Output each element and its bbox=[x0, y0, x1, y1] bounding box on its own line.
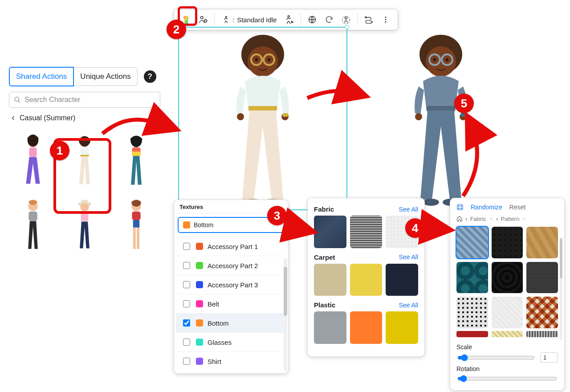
texture-row[interactable]: Accessory Part 1 bbox=[176, 237, 286, 256]
svg-point-59 bbox=[458, 208, 459, 209]
texture-label: Shirt bbox=[208, 358, 221, 365]
texture-checkbox[interactable] bbox=[183, 243, 190, 250]
help-icon[interactable]: ? bbox=[144, 70, 156, 83]
swatch-icon bbox=[196, 339, 203, 346]
scrollbar[interactable] bbox=[284, 258, 287, 371]
swatch-icon bbox=[196, 262, 203, 269]
texture-label: Belt bbox=[208, 300, 219, 308]
pattern-swatch[interactable] bbox=[492, 262, 523, 294]
scale-value[interactable]: 1 bbox=[540, 352, 558, 363]
path-icon[interactable] bbox=[361, 12, 376, 27]
texture-swatch[interactable] bbox=[350, 264, 383, 296]
chevron-down-icon bbox=[522, 216, 526, 221]
search-input[interactable]: Search Character bbox=[9, 92, 160, 108]
category-breadcrumb[interactable]: Casual (Summer) bbox=[9, 114, 160, 122]
texture-row[interactable]: Accessory Part 2 bbox=[176, 256, 286, 275]
carpet-row bbox=[314, 264, 418, 296]
pattern-swatch[interactable] bbox=[526, 297, 558, 328]
svg-point-3 bbox=[288, 16, 290, 17]
swatch-icon bbox=[196, 300, 203, 307]
resize-handle[interactable] bbox=[345, 25, 349, 29]
texture-swatch[interactable] bbox=[386, 264, 418, 296]
texture-label: Bottom bbox=[208, 319, 229, 327]
texture-checkbox[interactable] bbox=[183, 358, 190, 365]
pattern-swatch[interactable] bbox=[492, 227, 523, 258]
scrollbar-thumb[interactable] bbox=[284, 267, 287, 316]
pattern-swatch[interactable] bbox=[526, 227, 558, 258]
character-thumb[interactable] bbox=[9, 194, 57, 252]
svg-rect-29 bbox=[132, 212, 140, 220]
step-badge-4: 4 bbox=[405, 218, 425, 238]
texture-checkbox[interactable] bbox=[183, 300, 190, 307]
run-icon bbox=[222, 16, 230, 24]
texture-label: Glasses bbox=[208, 339, 232, 346]
svg-point-6 bbox=[342, 16, 350, 24]
breadcrumb-label: Casual (Summer) bbox=[20, 114, 75, 122]
svg-point-48 bbox=[433, 58, 436, 61]
character-thumb[interactable] bbox=[112, 130, 160, 188]
pattern-breadcrumb[interactable]: › Fabric › Pattern bbox=[456, 215, 558, 222]
randomize-button[interactable]: Randomize bbox=[471, 204, 502, 211]
pattern-swatch[interactable] bbox=[526, 262, 558, 294]
texture-swatch[interactable] bbox=[386, 311, 418, 344]
see-all-link[interactable]: See All bbox=[399, 253, 418, 261]
svg-rect-56 bbox=[457, 204, 463, 210]
svg-point-36 bbox=[255, 58, 258, 61]
crumb-fabric[interactable]: Fabric bbox=[470, 216, 486, 222]
svg-point-0 bbox=[201, 16, 204, 19]
textures-panel: Textures Bottom Accessory Part 1 Accesso… bbox=[174, 200, 289, 374]
avatar-preview-after bbox=[374, 29, 508, 209]
character-thumb[interactable] bbox=[9, 130, 57, 188]
svg-rect-38 bbox=[248, 106, 277, 110]
svg-point-37 bbox=[268, 58, 270, 61]
texture-swatch[interactable] bbox=[350, 311, 383, 344]
character-thumb[interactable] bbox=[112, 194, 160, 252]
search-icon bbox=[14, 96, 21, 103]
globe-icon[interactable] bbox=[305, 12, 320, 27]
animation-prefix: : bbox=[232, 16, 234, 24]
texture-swatch[interactable] bbox=[350, 216, 383, 248]
section-title-plastic: Plastic bbox=[314, 301, 335, 309]
character-tool-icon[interactable] bbox=[195, 12, 211, 27]
scrollbar-thumb[interactable] bbox=[560, 238, 562, 278]
pattern-swatch-selected[interactable] bbox=[456, 227, 488, 258]
tab-unique-actions[interactable]: Unique Actions bbox=[74, 67, 137, 86]
texture-row-selected[interactable]: Bottom bbox=[176, 313, 286, 332]
texture-row[interactable]: Accessory Part 3 bbox=[176, 275, 286, 294]
more-icon[interactable] bbox=[378, 12, 393, 27]
animation-play-icon[interactable] bbox=[282, 12, 297, 27]
svg-point-5 bbox=[345, 17, 347, 19]
plastic-row bbox=[314, 311, 418, 344]
svg-point-2 bbox=[225, 16, 227, 18]
pattern-swatch[interactable] bbox=[456, 262, 488, 294]
animation-selector[interactable]: : Standard Idle bbox=[218, 16, 280, 24]
texture-checkbox[interactable] bbox=[183, 319, 190, 327]
undo-icon[interactable] bbox=[322, 12, 337, 27]
texture-checkbox[interactable] bbox=[183, 281, 190, 288]
chevron-left-icon bbox=[11, 115, 16, 121]
texture-checkbox[interactable] bbox=[183, 339, 190, 346]
swatch-icon bbox=[196, 319, 203, 327]
texture-row[interactable]: Glasses bbox=[176, 332, 286, 351]
tab-shared-actions[interactable]: Shared Actions bbox=[9, 67, 74, 86]
svg-point-51 bbox=[415, 113, 422, 120]
texture-swatch[interactable] bbox=[314, 216, 346, 248]
crumb-pattern[interactable]: Pattern bbox=[501, 216, 519, 222]
search-placeholder: Search Character bbox=[24, 96, 80, 104]
texture-checkbox[interactable] bbox=[183, 262, 190, 269]
see-all-link[interactable]: See All bbox=[399, 206, 418, 213]
rotation-slider[interactable] bbox=[457, 375, 557, 382]
see-all-link[interactable]: See All bbox=[399, 302, 418, 309]
texture-swatch[interactable] bbox=[314, 311, 346, 344]
texture-row[interactable]: Shirt bbox=[176, 351, 286, 371]
reset-button[interactable]: Reset bbox=[509, 204, 526, 211]
texture-label: Accessory Part 3 bbox=[208, 281, 258, 289]
svg-rect-14 bbox=[29, 147, 37, 157]
scale-slider[interactable] bbox=[457, 354, 535, 361]
pattern-swatch[interactable] bbox=[456, 297, 488, 328]
pattern-swatch[interactable] bbox=[492, 297, 523, 328]
texture-row[interactable]: Belt bbox=[176, 294, 286, 313]
section-title-carpet: Carpet bbox=[314, 253, 335, 261]
texture-swatch[interactable] bbox=[314, 264, 346, 296]
scrollbar[interactable] bbox=[560, 237, 562, 340]
